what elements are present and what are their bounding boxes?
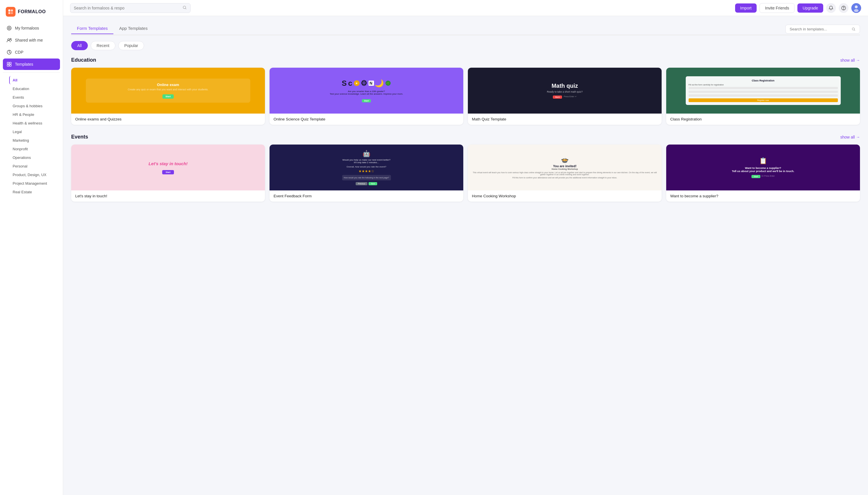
svg-rect-0	[8, 10, 10, 12]
sub-nav-events[interactable]: Events	[9, 93, 60, 102]
sidebar-item-label: Shared with me	[15, 38, 43, 42]
template-label: Let's stay in touch!	[71, 190, 265, 202]
template-thumbnail: 🍲 You are invited! Home Cooking Workshop…	[468, 144, 661, 190]
template-label: Class Registration	[666, 114, 860, 125]
template-card-stay-touch[interactable]: Let's stay in touch! Start Let's stay in…	[71, 144, 265, 202]
sub-nav-hr-people[interactable]: HR & People	[9, 110, 60, 119]
sidebar: FORMALOO My formaloos Shared with me	[0, 0, 63, 495]
template-thumbnail: Math quiz Ready to take a short math qui…	[468, 68, 661, 114]
svg-point-5	[8, 27, 10, 29]
svg-rect-12	[10, 65, 11, 66]
sub-nav-nonprofit[interactable]: Nonprofit	[9, 145, 60, 153]
svg-rect-11	[7, 65, 9, 66]
svg-rect-10	[10, 62, 11, 64]
svg-rect-2	[8, 12, 10, 14]
template-search[interactable]	[785, 25, 860, 34]
search-icon	[183, 5, 187, 11]
logo-icon	[6, 7, 16, 17]
sidebar-item-templates[interactable]: Templates	[3, 58, 60, 70]
template-label: Math Quiz Template	[468, 114, 661, 125]
svg-text:🌿: 🌿	[386, 82, 390, 85]
shared-icon	[6, 37, 12, 43]
upgrade-button[interactable]: Upgrade	[797, 3, 823, 13]
template-card-supplier[interactable]: 📋 Want to become a supplier?Tell us abou…	[666, 144, 860, 202]
section-education: Education show all → Online exam Create …	[71, 57, 860, 125]
template-card-cooking[interactable]: 🍲 You are invited! Home Cooking Workshop…	[468, 144, 661, 202]
svg-point-15	[843, 9, 844, 9]
section-education-header: Education show all →	[71, 57, 860, 63]
main-area: Import Invite Friends Upgrade	[63, 0, 868, 495]
templates-icon	[6, 62, 12, 67]
svg-point-7	[10, 38, 11, 39]
user-avatar[interactable]	[851, 3, 861, 13]
sub-nav-groups-hobbies[interactable]: Groups & hobbies	[9, 102, 60, 110]
sub-nav-health-wellness[interactable]: Health & wellness	[9, 119, 60, 127]
cdp-icon	[6, 49, 12, 55]
svg-rect-3	[11, 12, 13, 14]
sidebar-item-cdp[interactable]: CDP	[3, 47, 60, 58]
notifications-button[interactable]	[826, 3, 836, 13]
sub-nav: All Education Events Groups & hobbies HR…	[0, 75, 63, 197]
education-show-all[interactable]: show all →	[840, 58, 860, 63]
template-label: Want to become a supplier?	[666, 190, 860, 202]
sub-nav-operations[interactable]: Operations	[9, 153, 60, 162]
svg-point-13	[183, 6, 186, 8]
invite-button[interactable]: Invite Friends	[759, 3, 795, 13]
template-card-science-quiz[interactable]: Sc ☀ ⚙ N 🌙 🌿 Are you smarter than a 10th…	[269, 68, 463, 125]
svg-point-18	[854, 9, 858, 12]
sidebar-item-shared[interactable]: Shared with me	[3, 34, 60, 46]
template-search-icon	[852, 27, 856, 31]
template-label: Home Cooking Workshop	[468, 190, 661, 202]
header: Import Invite Friends Upgrade	[63, 0, 868, 16]
help-button[interactable]	[839, 3, 849, 13]
import-button[interactable]: Import	[735, 3, 757, 13]
svg-rect-1	[11, 10, 13, 12]
section-education-title: Education	[71, 57, 96, 63]
education-template-grid: Online exam Create any quiz or exam that…	[71, 68, 860, 125]
tab-form-templates[interactable]: Form Templates	[71, 23, 113, 34]
sub-nav-legal[interactable]: Legal	[9, 127, 60, 136]
filter-pills: All Recent Popular	[71, 41, 860, 50]
section-events-header: Events show all →	[71, 134, 860, 140]
events-template-grid: Let's stay in touch! Start Let's stay in…	[71, 144, 860, 202]
template-card-online-exams[interactable]: Online exam Create any quiz or exam that…	[71, 68, 265, 125]
template-thumbnail: Class Registration Fill out the form car…	[666, 68, 860, 114]
sub-nav-real-estate[interactable]: Real Estate	[9, 188, 60, 196]
section-events: Events show all → Let's stay in touch!	[71, 134, 860, 202]
sub-nav-education[interactable]: Education	[9, 85, 60, 93]
events-show-all[interactable]: show all →	[840, 135, 860, 139]
main-tabs: Form Templates App Templates	[71, 23, 153, 34]
header-actions: Import Invite Friends Upgrade	[735, 3, 861, 13]
svg-point-6	[8, 39, 10, 40]
template-thumbnail: Let's stay in touch! Start	[71, 144, 265, 190]
filter-all[interactable]: All	[71, 41, 88, 50]
sub-nav-personal[interactable]: Personal	[9, 162, 60, 170]
svg-point-19	[852, 28, 854, 30]
app-logo[interactable]: FORMALOO	[0, 4, 63, 22]
template-card-class-reg[interactable]: Class Registration Fill out the form car…	[666, 68, 860, 125]
filter-recent[interactable]: Recent	[91, 41, 115, 50]
sub-nav-project-mgmt[interactable]: Project Management	[9, 179, 60, 188]
template-search-input[interactable]	[790, 27, 849, 31]
svg-point-4	[7, 26, 11, 30]
svg-point-17	[855, 5, 858, 8]
sidebar-item-my-formaloos[interactable]: My formaloos	[3, 22, 60, 34]
svg-text:☀: ☀	[355, 82, 359, 85]
sub-nav-product-design[interactable]: Product, Design, UX	[9, 171, 60, 179]
template-card-math-quiz[interactable]: Math quiz Ready to take a short math qui…	[468, 68, 661, 125]
tab-app-templates[interactable]: App Templates	[113, 23, 153, 34]
global-search[interactable]	[70, 3, 191, 13]
sidebar-item-label: CDP	[15, 50, 23, 54]
search-input[interactable]	[74, 6, 180, 10]
template-card-event-feedback[interactable]: 🤖 Would you help us make our next event …	[269, 144, 463, 202]
svg-rect-9	[7, 62, 9, 64]
sub-nav-all[interactable]: All	[9, 76, 60, 84]
template-label: Event Feedback Form	[269, 190, 463, 202]
filter-popular[interactable]: Popular	[118, 41, 144, 50]
template-thumbnail: 🤖 Would you help us make our next event …	[269, 144, 463, 190]
template-thumbnail: 📋 Want to become a supplier?Tell us abou…	[666, 144, 860, 190]
content-area: Form Templates App Templates All Recent …	[63, 16, 868, 495]
section-events-title: Events	[71, 134, 88, 140]
template-thumbnail: Sc ☀ ⚙ N 🌙 🌿 Are you smarter than a 10th…	[269, 68, 463, 114]
sub-nav-marketing[interactable]: Marketing	[9, 136, 60, 144]
